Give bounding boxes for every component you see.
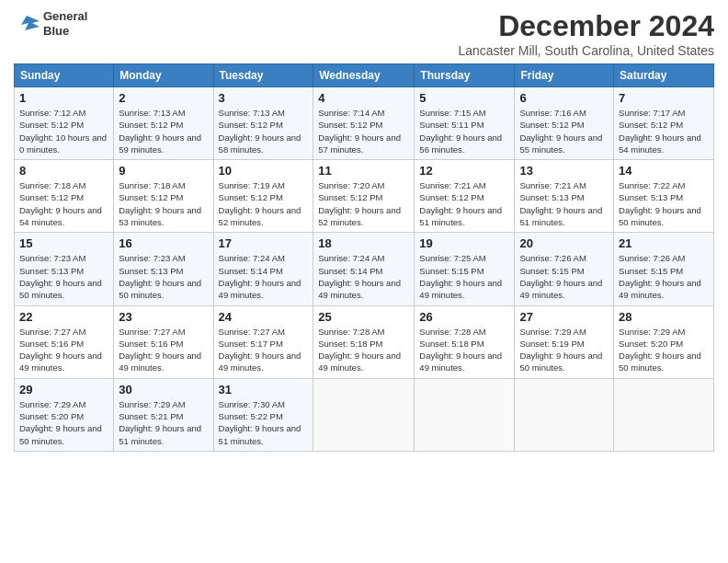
calendar-week-row: 1 Sunrise: 7:12 AMSunset: 5:12 PMDayligh… <box>15 87 714 160</box>
calendar-cell: 10 Sunrise: 7:19 AMSunset: 5:12 PMDaylig… <box>213 160 313 233</box>
day-info: Sunrise: 7:22 AMSunset: 5:13 PMDaylight:… <box>619 179 709 228</box>
calendar-cell: 19 Sunrise: 7:25 AMSunset: 5:15 PMDaylig… <box>415 233 515 305</box>
calendar-cell: 13 Sunrise: 7:21 AMSunset: 5:13 PMDaylig… <box>515 160 614 233</box>
calendar-cell: 16 Sunrise: 7:23 AMSunset: 5:13 PMDaylig… <box>114 233 213 305</box>
day-number: 3 <box>219 91 309 105</box>
day-number: 24 <box>219 310 309 324</box>
calendar-cell: 12 Sunrise: 7:21 AMSunset: 5:12 PMDaylig… <box>415 160 515 233</box>
day-number: 12 <box>419 164 509 178</box>
day-number: 5 <box>419 91 509 105</box>
logo: General Blue <box>14 9 87 38</box>
page-header: General Blue December 2024 Lancaster Mil… <box>14 9 714 58</box>
calendar-cell: 24 Sunrise: 7:27 AMSunset: 5:17 PMDaylig… <box>213 305 313 378</box>
calendar-cell: 18 Sunrise: 7:24 AMSunset: 5:14 PMDaylig… <box>313 233 415 305</box>
day-info: Sunrise: 7:17 AMSunset: 5:12 PMDaylight:… <box>619 107 709 155</box>
day-info: Sunrise: 7:23 AMSunset: 5:13 PMDaylight:… <box>119 252 208 301</box>
day-info: Sunrise: 7:20 AMSunset: 5:12 PMDaylight:… <box>318 179 409 228</box>
calendar-cell: 27 Sunrise: 7:29 AMSunset: 5:19 PMDaylig… <box>515 305 614 378</box>
day-number: 25 <box>318 310 409 324</box>
calendar-cell: 29 Sunrise: 7:29 AMSunset: 5:20 PMDaylig… <box>15 378 114 451</box>
header-monday: Monday <box>114 64 213 87</box>
calendar-week-row: 22 Sunrise: 7:27 AMSunset: 5:16 PMDaylig… <box>15 305 714 378</box>
day-info: Sunrise: 7:18 AMSunset: 5:12 PMDaylight:… <box>19 179 108 228</box>
header-tuesday: Tuesday <box>213 64 313 87</box>
calendar-cell <box>515 378 614 451</box>
calendar-cell: 9 Sunrise: 7:18 AMSunset: 5:12 PMDayligh… <box>114 160 213 233</box>
calendar-cell: 11 Sunrise: 7:20 AMSunset: 5:12 PMDaylig… <box>313 160 415 233</box>
day-number: 10 <box>219 164 309 178</box>
calendar-table: SundayMondayTuesdayWednesdayThursdayFrid… <box>14 63 714 452</box>
day-info: Sunrise: 7:23 AMSunset: 5:13 PMDaylight:… <box>19 252 108 301</box>
day-number: 28 <box>619 310 709 324</box>
calendar-cell: 8 Sunrise: 7:18 AMSunset: 5:12 PMDayligh… <box>15 160 114 233</box>
calendar-cell: 6 Sunrise: 7:16 AMSunset: 5:12 PMDayligh… <box>515 87 614 160</box>
calendar-cell: 26 Sunrise: 7:28 AMSunset: 5:18 PMDaylig… <box>415 305 515 378</box>
day-number: 11 <box>318 164 409 178</box>
day-info: Sunrise: 7:13 AMSunset: 5:12 PMDaylight:… <box>119 107 208 155</box>
day-number: 7 <box>619 91 709 105</box>
calendar-cell: 5 Sunrise: 7:15 AMSunset: 5:11 PMDayligh… <box>415 87 515 160</box>
day-number: 19 <box>419 236 509 250</box>
day-number: 27 <box>519 310 609 324</box>
day-number: 9 <box>119 164 208 178</box>
calendar-cell: 31 Sunrise: 7:30 AMSunset: 5:22 PMDaylig… <box>213 378 313 451</box>
header-sunday: Sunday <box>15 64 114 87</box>
calendar-cell <box>415 378 515 451</box>
day-info: Sunrise: 7:30 AMSunset: 5:22 PMDaylight:… <box>219 398 309 447</box>
day-info: Sunrise: 7:12 AMSunset: 5:12 PMDaylight:… <box>19 107 108 155</box>
day-number: 6 <box>519 91 609 105</box>
calendar-cell: 21 Sunrise: 7:26 AMSunset: 5:15 PMDaylig… <box>614 233 714 305</box>
calendar-cell: 7 Sunrise: 7:17 AMSunset: 5:12 PMDayligh… <box>614 87 714 160</box>
header-wednesday: Wednesday <box>313 64 415 87</box>
calendar-week-row: 15 Sunrise: 7:23 AMSunset: 5:13 PMDaylig… <box>15 233 714 305</box>
calendar-week-row: 29 Sunrise: 7:29 AMSunset: 5:20 PMDaylig… <box>15 378 714 451</box>
day-number: 26 <box>419 310 509 324</box>
day-number: 15 <box>19 236 108 250</box>
day-info: Sunrise: 7:25 AMSunset: 5:15 PMDaylight:… <box>419 252 509 301</box>
day-info: Sunrise: 7:29 AMSunset: 5:21 PMDaylight:… <box>119 398 208 447</box>
day-info: Sunrise: 7:24 AMSunset: 5:14 PMDaylight:… <box>219 252 309 301</box>
location-title: Lancaster Mill, South Carolina, United S… <box>458 43 714 58</box>
day-number: 22 <box>19 310 108 324</box>
day-number: 1 <box>19 91 108 105</box>
day-info: Sunrise: 7:14 AMSunset: 5:12 PMDaylight:… <box>318 107 409 155</box>
header-thursday: Thursday <box>415 64 515 87</box>
calendar-cell: 22 Sunrise: 7:27 AMSunset: 5:16 PMDaylig… <box>15 305 114 378</box>
day-number: 14 <box>619 164 709 178</box>
day-number: 21 <box>619 236 709 250</box>
day-number: 13 <box>519 164 609 178</box>
day-number: 17 <box>219 236 309 250</box>
calendar-cell: 25 Sunrise: 7:28 AMSunset: 5:18 PMDaylig… <box>313 305 415 378</box>
calendar-cell: 1 Sunrise: 7:12 AMSunset: 5:12 PMDayligh… <box>15 87 114 160</box>
day-info: Sunrise: 7:27 AMSunset: 5:17 PMDaylight:… <box>219 326 309 374</box>
day-info: Sunrise: 7:21 AMSunset: 5:12 PMDaylight:… <box>419 179 509 228</box>
day-number: 31 <box>219 383 309 396</box>
day-info: Sunrise: 7:16 AMSunset: 5:12 PMDaylight:… <box>519 107 609 155</box>
logo-icon <box>14 14 40 34</box>
day-number: 20 <box>519 236 609 250</box>
day-info: Sunrise: 7:29 AMSunset: 5:20 PMDaylight:… <box>619 326 709 374</box>
calendar-cell: 28 Sunrise: 7:29 AMSunset: 5:20 PMDaylig… <box>614 305 714 378</box>
day-info: Sunrise: 7:29 AMSunset: 5:19 PMDaylight:… <box>519 326 609 374</box>
day-info: Sunrise: 7:19 AMSunset: 5:12 PMDaylight:… <box>219 179 309 228</box>
title-area: December 2024 Lancaster Mill, South Caro… <box>458 9 714 58</box>
day-info: Sunrise: 7:29 AMSunset: 5:20 PMDaylight:… <box>19 398 108 447</box>
calendar-cell <box>313 378 415 451</box>
calendar-cell: 17 Sunrise: 7:24 AMSunset: 5:14 PMDaylig… <box>213 233 313 305</box>
day-info: Sunrise: 7:15 AMSunset: 5:11 PMDaylight:… <box>419 107 509 155</box>
day-number: 18 <box>318 236 409 250</box>
calendar-week-row: 8 Sunrise: 7:18 AMSunset: 5:12 PMDayligh… <box>15 160 714 233</box>
header-friday: Friday <box>515 64 614 87</box>
day-info: Sunrise: 7:28 AMSunset: 5:18 PMDaylight:… <box>318 326 409 374</box>
svg-marker-0 <box>21 16 40 30</box>
calendar-cell: 15 Sunrise: 7:23 AMSunset: 5:13 PMDaylig… <box>15 233 114 305</box>
day-info: Sunrise: 7:24 AMSunset: 5:14 PMDaylight:… <box>318 252 409 301</box>
day-number: 4 <box>318 91 409 105</box>
day-number: 23 <box>119 310 208 324</box>
day-number: 2 <box>119 91 208 105</box>
month-title: December 2024 <box>458 9 714 43</box>
day-info: Sunrise: 7:18 AMSunset: 5:12 PMDaylight:… <box>119 179 208 228</box>
calendar-cell: 30 Sunrise: 7:29 AMSunset: 5:21 PMDaylig… <box>114 378 213 451</box>
day-info: Sunrise: 7:13 AMSunset: 5:12 PMDaylight:… <box>219 107 309 155</box>
logo-text: General Blue <box>43 9 87 38</box>
